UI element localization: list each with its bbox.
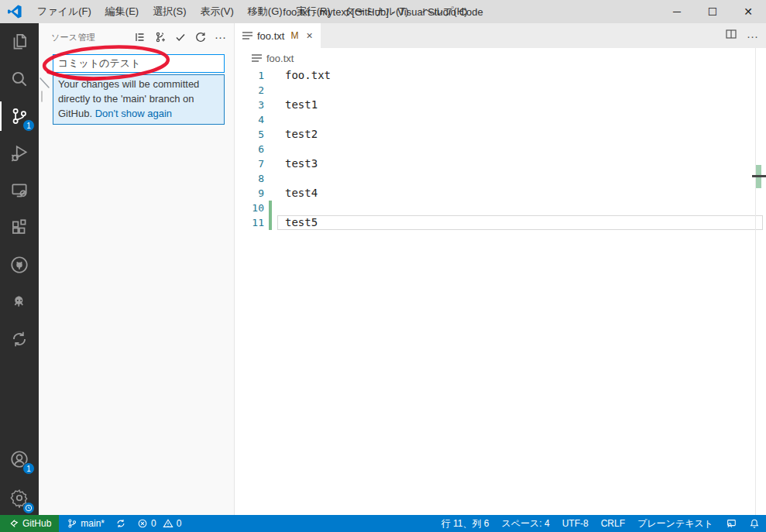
source-control-badge: 1: [22, 119, 35, 132]
menu-terminal[interactable]: ターミナル(T): [338, 0, 416, 23]
commit-check-icon[interactable]: [174, 31, 187, 43]
editor-line: 3test1: [235, 98, 766, 112]
editor-line: 8: [235, 171, 766, 186]
line-number: 2: [235, 83, 264, 98]
editor-line-current: 11test5: [235, 215, 766, 230]
menu-go[interactable]: 移動(G): [241, 0, 290, 23]
menu-bar: ファイル(F) 編集(E) 選択(S) 表示(V) 移動(G) 実行(R) ター…: [30, 0, 474, 23]
sync-icon: [115, 518, 126, 529]
line-text: foo.txt: [285, 68, 331, 83]
line-text: test1: [285, 98, 318, 112]
editor-content[interactable]: 1foo.txt 2 3test1 4 5test2 6 7test3 8 9t…: [235, 68, 766, 515]
tab-foo-txt[interactable]: foo.txt M ×: [235, 23, 321, 48]
editor-line: 10: [235, 201, 766, 215]
breadcrumb[interactable]: foo.txt: [235, 48, 766, 68]
warnings-icon: [163, 518, 173, 529]
errors-icon: [137, 518, 148, 529]
eol-item[interactable]: CRLF: [601, 518, 625, 529]
menu-file[interactable]: ファイル(F): [30, 0, 98, 23]
line-number: 9: [235, 186, 264, 201]
create-branch-icon[interactable]: [154, 31, 167, 43]
activity-bar: 1 1: [0, 23, 39, 515]
commit-message-input[interactable]: [53, 54, 225, 73]
minimize-button[interactable]: ─: [659, 0, 695, 23]
errors-count: 0: [151, 518, 156, 529]
editor-line: 1foo.txt: [235, 68, 766, 83]
menu-edit[interactable]: 編集(E): [98, 0, 146, 23]
breadcrumb-file-icon: [252, 53, 262, 63]
overview-ruler-cursor-marker: [752, 175, 766, 177]
problems-status-item[interactable]: 0 0: [137, 518, 181, 529]
language-mode-item[interactable]: プレーンテキスト: [637, 517, 713, 530]
encoding-item[interactable]: UTF-8: [562, 518, 589, 529]
vscode-window: ファイル(F) 編集(E) 選択(S) 表示(V) 移動(G) 実行(R) ター…: [0, 0, 766, 532]
line-number: 7: [235, 156, 264, 171]
editor-group: foo.txt M × ··· foo.txt 1foo.txt 2 3test…: [235, 23, 766, 515]
remote-explorer-icon[interactable]: [0, 172, 39, 209]
editor-line: 4: [235, 112, 766, 127]
menu-help[interactable]: ヘルプ(H): [416, 0, 475, 23]
github-pull-requests-icon[interactable]: [0, 283, 39, 321]
sync-view-icon[interactable]: [0, 321, 39, 358]
dont-show-again-link[interactable]: Don't show again: [95, 108, 172, 119]
github-icon[interactable]: [0, 246, 39, 283]
line-number: 6: [235, 142, 264, 156]
line-text: test5: [285, 215, 318, 230]
line-text: test3: [285, 156, 318, 171]
line-number: 5: [235, 127, 264, 142]
branch-label: main*: [81, 518, 105, 529]
warnings-count: 0: [177, 518, 182, 529]
source-control-panel: ソース管理 ··· Your changes will be committe: [39, 23, 235, 515]
line-number: 10: [235, 201, 264, 215]
line-text: test4: [285, 186, 318, 201]
editor-line: 7test3: [235, 156, 766, 171]
source-control-header: ソース管理 ···: [39, 23, 234, 51]
remote-icon: [8, 518, 19, 529]
line-number: 3: [235, 98, 264, 112]
status-bar: GitHub main* 0 0 行 11、列 6 スペース: 4 UTF-8 …: [0, 515, 766, 532]
maximize-button[interactable]: ☐: [695, 0, 730, 23]
line-number: 4: [235, 112, 264, 127]
menu-run[interactable]: 実行(R): [290, 0, 338, 23]
editor-line: 5test2: [235, 127, 766, 142]
window-controls: ─ ☐ ✕: [659, 0, 766, 23]
search-icon[interactable]: [0, 60, 39, 98]
source-control-icon[interactable]: 1: [0, 98, 39, 135]
editor-actions: ···: [725, 23, 758, 48]
update-clock-badge: [23, 503, 34, 513]
line-text: test2: [285, 127, 318, 142]
breadcrumb-label: foo.txt: [266, 53, 294, 64]
sync-status-item[interactable]: [115, 518, 126, 529]
more-actions-icon[interactable]: ···: [215, 31, 226, 43]
overview-ruler[interactable]: [755, 48, 756, 515]
tab-close-icon[interactable]: ×: [306, 29, 312, 42]
extensions-icon[interactable]: [0, 209, 39, 246]
accounts-icon[interactable]: 1: [0, 441, 39, 478]
indentation-item[interactable]: スペース: 4: [502, 517, 550, 530]
explorer-icon[interactable]: [0, 23, 39, 60]
cursor-position-item[interactable]: 行 11、列 6: [441, 517, 489, 530]
editor-more-actions-icon[interactable]: ···: [747, 29, 758, 43]
split-editor-icon[interactable]: [725, 28, 737, 43]
branch-icon: [67, 518, 77, 529]
close-button[interactable]: ✕: [730, 0, 766, 23]
settings-gear-icon[interactable]: [0, 479, 39, 517]
editor-line: 2: [235, 83, 766, 98]
vscode-logo-icon: [7, 4, 22, 19]
accounts-badge: 1: [22, 462, 35, 475]
gutter-added-indicator: [269, 201, 272, 230]
menu-view[interactable]: 表示(V): [194, 0, 241, 23]
branch-status-item[interactable]: main*: [67, 518, 105, 529]
remote-label: GitHub: [22, 518, 51, 529]
view-as-tree-icon[interactable]: [134, 31, 146, 43]
remote-indicator[interactable]: GitHub: [0, 515, 59, 532]
editor-line: 6: [235, 142, 766, 156]
notifications-bell-icon[interactable]: [749, 518, 760, 529]
file-icon: [242, 30, 252, 41]
title-bar: ファイル(F) 編集(E) 選択(S) 表示(V) 移動(G) 実行(R) ター…: [0, 0, 766, 23]
feedback-icon[interactable]: [726, 518, 737, 529]
panel-title: ソース管理: [51, 32, 95, 43]
refresh-icon[interactable]: [194, 31, 207, 43]
run-and-debug-icon[interactable]: [0, 135, 39, 172]
menu-selection[interactable]: 選択(S): [146, 0, 193, 23]
